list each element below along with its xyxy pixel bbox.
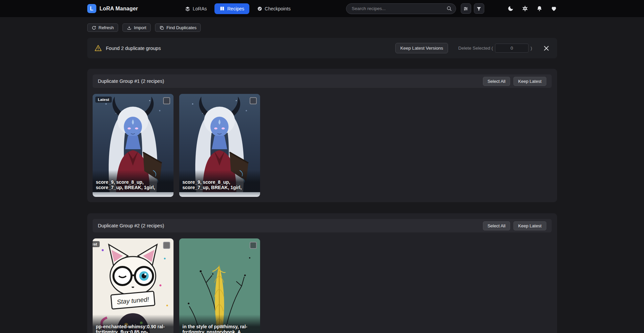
card-checkbox[interactable] (250, 97, 257, 104)
delete-selected-button[interactable]: Delete Selected ( ) (458, 44, 532, 53)
group-title: Duplicate Group #2 (2 recipes) (98, 223, 164, 228)
notifications-button[interactable] (536, 5, 543, 12)
search-input[interactable] (346, 3, 456, 14)
app-screen: L LoRA Manager LoRAs Recipes (0, 0, 644, 333)
card-list: Latest score_9, score_8_up, score_7_up, … (93, 94, 552, 197)
group-actions: Select All Keep Latest (483, 77, 546, 86)
card-caption: score_9, score_8_up, score_7_up, BREAK, … (93, 170, 174, 192)
duplicate-group-1: Duplicate Group #1 (2 recipes) Select Al… (87, 69, 557, 202)
toolbar: Refresh Import Find Duplicates (87, 23, 557, 32)
duplicates-alert: Found 2 duplicate groups Keep Latest Ver… (87, 38, 557, 58)
warning-icon (95, 45, 102, 52)
button-label: Refresh (99, 25, 114, 30)
settings-button[interactable] (522, 5, 528, 12)
navbar-actions (507, 5, 557, 12)
card-caption: pp-enchanted-whimsy:0.90 ral-frctlgmtry_… (93, 315, 174, 333)
duplicate-group-2: Duplicate Group #2 (2 recipes) Select Al… (87, 213, 557, 333)
button-label: Import (134, 25, 146, 30)
select-all-button[interactable]: Select All (483, 221, 510, 230)
sort-options-button[interactable] (461, 3, 471, 14)
recipe-card[interactable]: Stay tuned! Latest pp-enchanted-whimsy:0… (93, 238, 174, 333)
recipe-card[interactable]: Latest score_9, score_8_up, score_7_up, … (93, 94, 174, 197)
card-checkbox[interactable] (163, 97, 170, 104)
card-checkbox[interactable] (163, 242, 170, 249)
search (346, 3, 456, 14)
app-logo[interactable]: L (87, 4, 96, 13)
theme-toggle-button[interactable] (507, 5, 514, 12)
card-footer-strip (179, 192, 260, 197)
alert-actions: Keep Latest Versions Delete Selected ( ) (395, 43, 550, 53)
keep-latest-button[interactable]: Keep Latest (513, 221, 546, 230)
delete-count-input[interactable] (495, 44, 529, 53)
main-nav: LoRAs Recipes Checkpoints (180, 3, 296, 14)
card-checkbox[interactable] (250, 242, 257, 249)
tab-checkpoints[interactable]: Checkpoints (252, 3, 296, 14)
brand: L LoRA Manager (87, 4, 138, 13)
close-alert-button[interactable] (543, 45, 550, 52)
tab-loras[interactable]: LoRAs (180, 3, 212, 14)
delete-selected-label-suffix: ) (531, 46, 532, 51)
group-header: Duplicate Group #2 (2 recipes) Select Al… (93, 219, 552, 232)
import-icon (127, 25, 132, 30)
refresh-button[interactable]: Refresh (87, 23, 118, 32)
recipe-card[interactable]: score_9, score_8_up, score_7_up, BREAK, … (179, 94, 260, 197)
group-title: Duplicate Group #1 (2 recipes) (98, 78, 164, 84)
layers-icon (185, 6, 190, 11)
card-caption: in the style of ppWhimsy, ral-frctlgmtry… (179, 315, 260, 333)
select-all-button[interactable]: Select All (483, 77, 510, 86)
import-button[interactable]: Import (122, 23, 151, 32)
book-icon (219, 6, 225, 11)
group-header: Duplicate Group #1 (2 recipes) Select Al… (93, 74, 552, 88)
latest-badge: Latest (93, 241, 100, 247)
support-button[interactable] (551, 5, 557, 12)
refresh-icon (92, 25, 96, 30)
search-icon[interactable] (446, 6, 452, 11)
delete-selected-label: Delete Selected ( (458, 46, 493, 51)
tab-label: LoRAs (193, 6, 207, 11)
tab-recipes[interactable]: Recipes (214, 3, 249, 14)
funnel-icon (476, 6, 482, 11)
latest-badge: Latest (95, 97, 112, 103)
alert-message: Found 2 duplicate groups (106, 46, 161, 51)
keep-latest-button[interactable]: Keep Latest (513, 77, 546, 86)
app-title: LoRA Manager (100, 6, 138, 12)
recipe-card[interactable]: in the style of ppWhimsy, ral-frctlgmtry… (179, 238, 260, 333)
card-footer-strip (93, 192, 174, 197)
navbar: L LoRA Manager LoRAs Recipes (0, 0, 644, 17)
keep-latest-versions-button[interactable]: Keep Latest Versions (395, 43, 448, 53)
group-actions: Select All Keep Latest (483, 221, 546, 230)
sliders-icon (463, 6, 468, 11)
card-caption: score_9, score_8_up, score_7_up, BREAK, … (179, 170, 260, 192)
button-label: Find Duplicates (166, 25, 197, 30)
card-list: Stay tuned! Latest pp-enchanted-whimsy:0… (93, 238, 552, 333)
filter-button[interactable] (474, 3, 484, 14)
tab-label: Checkpoints (265, 6, 291, 11)
find-duplicates-button[interactable]: Find Duplicates (155, 23, 201, 32)
main-content: Refresh Import Find Duplicates Found 2 d… (87, 23, 557, 333)
check-circle-icon (257, 6, 262, 11)
tab-label: Recipes (227, 6, 244, 11)
duplicates-icon (159, 25, 164, 30)
